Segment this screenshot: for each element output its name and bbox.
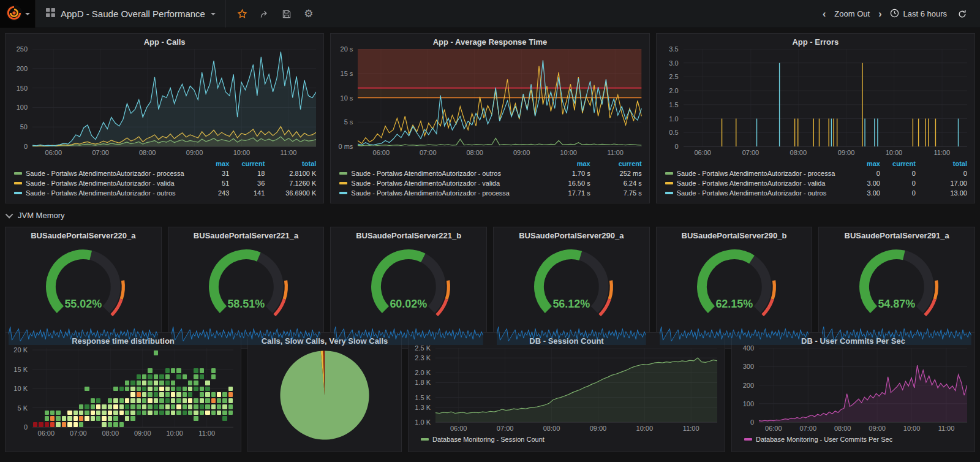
- panel-title-app-calls[interactable]: App - Calls: [6, 34, 323, 48]
- legend-value: 3.00: [845, 188, 880, 198]
- y-axis-label: 10 K: [13, 385, 28, 392]
- refresh-button[interactable]: [954, 6, 970, 22]
- sparkline-svg: [660, 324, 809, 345]
- gauge-panel-title[interactable]: BUSaudePortalServer221_b: [331, 227, 486, 241]
- y-axis-label: 10 s: [341, 94, 353, 102]
- star-button[interactable]: [235, 6, 251, 22]
- gauge-svg: 54.87%: [819, 241, 974, 324]
- heatmap-cell: [205, 411, 209, 415]
- heatmap-cell: [96, 411, 100, 415]
- heatmap-cell: [159, 392, 164, 397]
- heatmap-cell: [200, 374, 204, 379]
- heatmap-cell: [74, 422, 78, 427]
- legend-series-label: Saude - Portalws AtendimentoAutorizador …: [339, 169, 554, 178]
- panel-gauge-busaudeportalserver221-a: BUSaudePortalServer221_a 58.51%: [168, 227, 325, 349]
- app-errors-legend: maxcurrenttotalSaude - Portalws Atendime…: [657, 157, 974, 203]
- heatmap-cell: [205, 404, 209, 409]
- x-axis-label: 08:00: [790, 149, 807, 156]
- heatmap-cell: [130, 387, 135, 392]
- legend-row[interactable]: Saude - Portalws AtendimentoAutorizador …: [665, 178, 967, 188]
- legend-swatch-icon: [14, 182, 22, 184]
- settings-gear-button[interactable]: ⚙: [301, 6, 317, 22]
- time-shift-right-button[interactable]: ›: [877, 9, 883, 20]
- time-range-picker[interactable]: Last 6 hours: [890, 9, 947, 20]
- sparkline-svg: [334, 324, 483, 345]
- heatmap-cell: [113, 404, 118, 409]
- y-axis-label: 20 K: [13, 346, 28, 354]
- gauge-panel-title[interactable]: BUSaudePortalServer221_a: [168, 227, 324, 241]
- legend-swatch-icon: [665, 182, 673, 184]
- x-axis-label: 07:00: [497, 425, 514, 432]
- legend-row[interactable]: Database Monitoring - Session Count: [417, 434, 717, 447]
- y-axis-label: 0: [24, 423, 28, 431]
- legend-row[interactable]: Saude - Portalws AtendimentoAutorizador …: [14, 178, 316, 188]
- legend-row[interactable]: Saude - Portalws AtendimentoAutorizador …: [339, 188, 641, 198]
- panel-title-app-response-time[interactable]: App - Average Response Time: [331, 34, 649, 48]
- heatmap-cell: [165, 404, 170, 409]
- legend-series-label: Saude - Portalws AtendimentoAutorizador …: [665, 178, 845, 188]
- heatmap-cell: [130, 392, 135, 397]
- heatmap-cell: [85, 387, 89, 392]
- heatmap-cell: [228, 387, 233, 392]
- gauge-panel-title[interactable]: BUSaudePortalServer290_a: [494, 227, 649, 241]
- heatmap-cell: [96, 416, 100, 421]
- heatmap-cell: [137, 404, 141, 409]
- pie-svg: [279, 350, 370, 441]
- legend-row[interactable]: Saude - Portalws AtendimentoAutorizador …: [665, 188, 967, 198]
- legend-row[interactable]: Saude - Portalws AtendimentoAutorizador …: [14, 188, 316, 198]
- panel-app-errors: App - Errors 3.53.02.52.01.51.00.5006:00…: [656, 33, 975, 203]
- legend-series-label: Saude - Portalws AtendimentoAutorizador …: [665, 188, 845, 198]
- legend-row[interactable]: Saude - Portalws AtendimentoAutorizador …: [339, 169, 641, 178]
- chevron-down-icon: [25, 13, 30, 15]
- share-button[interactable]: [257, 6, 273, 22]
- legend-row[interactable]: Database Monitoring - User Commits Per S…: [741, 434, 967, 447]
- legend-row[interactable]: Saude - Portalws AtendimentoAutorizador …: [339, 178, 641, 188]
- section-jvm-memory[interactable]: JVM Memory: [5, 208, 975, 222]
- legend-row[interactable]: Saude - Portalws AtendimentoAutorizador …: [665, 169, 967, 178]
- gauge-svg: 56.12%: [494, 241, 649, 324]
- gauge-panel-title[interactable]: BUSaudePortalServer220_a: [6, 227, 161, 241]
- svg-text:60.02%: 60.02%: [390, 298, 428, 310]
- y-axis-label: 3.0: [669, 59, 678, 67]
- heatmap-cell: [200, 398, 204, 403]
- grafana-logo[interactable]: [0, 0, 36, 28]
- heatmap-cell: [205, 398, 209, 403]
- gauge-sparkline: [822, 324, 971, 345]
- heatmap-cell: [91, 404, 95, 409]
- heatmap-cell: [148, 398, 152, 403]
- calls-pie-chart: [248, 347, 401, 452]
- heatmap-cell: [119, 398, 124, 403]
- heatmap-cell: [45, 411, 49, 415]
- app-response-time-legend: maxcurrentSaude - Portalws AtendimentoAu…: [331, 157, 649, 203]
- save-button[interactable]: [279, 6, 295, 22]
- gauge-sparkline: [660, 324, 809, 345]
- zoom-out-button[interactable]: Zoom Out: [834, 9, 870, 18]
- heatmap-cell: [137, 411, 141, 415]
- x-axis-label: 09:00: [590, 425, 607, 432]
- heatmap-cell: [45, 416, 49, 421]
- heatmap-cell: [188, 387, 192, 392]
- panel-calls-pie: Calls, Slow Calls, Very Slow Calls: [247, 332, 402, 452]
- legend-column-header: current: [229, 159, 265, 169]
- y-axis-label: 400: [743, 344, 754, 352]
- legend-value: 3.00: [845, 178, 880, 188]
- legend-value: 141: [229, 188, 265, 198]
- time-shift-left-button[interactable]: ‹: [821, 9, 827, 20]
- heatmap-cell: [183, 392, 187, 397]
- legend-row[interactable]: Saude - Portalws AtendimentoAutorizador …: [14, 169, 316, 178]
- heatmap-cell: [142, 404, 146, 409]
- gauge-svg: 58.51%: [168, 241, 324, 324]
- svg-text:62.15%: 62.15%: [715, 298, 753, 310]
- heatmap-cell: [125, 411, 129, 415]
- dashboard-picker[interactable]: AppD - Saude Overall Performance: [36, 0, 226, 28]
- heatmap-cell: [39, 422, 43, 427]
- heatmap-cell: [85, 411, 89, 415]
- gauge-panel-title[interactable]: BUSaudePortalServer291_a: [819, 227, 974, 241]
- gauge-panel-title[interactable]: BUSaudePortalServer290_b: [657, 227, 812, 241]
- heatmap-cell: [113, 422, 118, 427]
- heatmap-cell: [171, 387, 175, 392]
- heatmap-cell: [154, 404, 158, 409]
- panel-title-app-errors[interactable]: App - Errors: [657, 34, 974, 48]
- plot-area: 250200150100500: [32, 49, 316, 147]
- heatmap-cell: [67, 422, 72, 427]
